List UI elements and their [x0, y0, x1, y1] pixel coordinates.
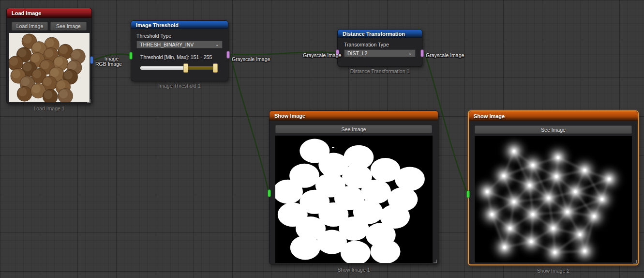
- see-image-button[interactable]: See Image: [50, 22, 87, 31]
- see-image-button[interactable]: See Image: [275, 125, 432, 133]
- port-rgb-image-output[interactable]: [90, 56, 93, 64]
- node-title: Show Image: [274, 113, 305, 119]
- node-caption: Image Threshold 1: [131, 83, 228, 89]
- node-image-threshold[interactable]: Image Threshold Threshold Type THRESH_BI…: [131, 20, 228, 81]
- port-label-grayscale-out: Grayscale Image: [232, 56, 270, 62]
- threshold-max-handle[interactable]: [213, 63, 218, 73]
- chevron-down-icon: ⌄: [215, 42, 219, 47]
- node-editor-canvas[interactable]: Load Image Load Image See Image Load Ima…: [0, 0, 644, 278]
- node-show-image-1[interactable]: Show Image See Image: [269, 110, 438, 264]
- threshold-min-handle[interactable]: [183, 63, 188, 73]
- port-image-input[interactable]: [129, 52, 133, 60]
- threshold-result-preview: [275, 136, 433, 263]
- node-title: Load Image: [12, 10, 41, 16]
- node-caption: Distance Transformation 1: [337, 68, 422, 74]
- threshold-type-label: Threshold Type: [136, 33, 223, 39]
- resize-handle[interactable]: [633, 260, 637, 263]
- transformation-type-value: DIST_L2: [347, 50, 367, 56]
- port-image-input[interactable]: [268, 189, 271, 197]
- node-title: Image Threshold: [136, 22, 179, 28]
- node-show-image-titlebar[interactable]: Show Image: [270, 111, 438, 121]
- node-title: Show Image: [474, 113, 505, 119]
- node-load-image[interactable]: Load Image Load Image See Image: [6, 8, 92, 104]
- port-image-input[interactable]: [466, 190, 470, 198]
- resize-handle[interactable]: [87, 99, 90, 103]
- port-grayscale-output[interactable]: [226, 51, 230, 59]
- wire-image_threshold.grayscale_image-to-show_image_1.input[interactable]: [231, 56, 269, 192]
- distance-transform-preview: [475, 136, 632, 263]
- node-distance-transformation[interactable]: Distance Transformation Transormation Ty…: [337, 29, 422, 67]
- port-grayscale-output[interactable]: [420, 49, 424, 57]
- transformation-type-label: Transormation Type: [344, 42, 417, 47]
- port-label-grayscale-out: Grayscale Image: [426, 52, 464, 58]
- slider-track-fill: [140, 66, 186, 70]
- node-caption: Load Image 1: [6, 106, 92, 111]
- threshold-type-value: THRESH_BINARY_INV: [140, 42, 194, 47]
- load-image-button[interactable]: Load Image: [12, 22, 48, 31]
- port-label-rgb-image: RGB Image: [95, 61, 122, 67]
- node-image-threshold-titlebar[interactable]: Image Threshold: [131, 21, 228, 29]
- node-show-image-titlebar[interactable]: Show Image: [469, 111, 638, 121]
- node-show-image-2[interactable]: Show Image See Image: [468, 110, 639, 265]
- coins-photo-preview: [9, 33, 90, 102]
- see-image-button[interactable]: See Image: [475, 125, 632, 134]
- node-load-image-titlebar[interactable]: Load Image: [7, 8, 91, 18]
- threshold-type-select[interactable]: THRESH_BINARY_INV ⌄: [136, 41, 223, 48]
- resize-handle[interactable]: [434, 260, 437, 263]
- node-distance-transformation-titlebar[interactable]: Distance Transformation: [338, 30, 422, 38]
- node-caption: Show Image 1: [269, 267, 438, 273]
- chevron-down-icon: ⌄: [408, 51, 412, 56]
- transformation-type-select[interactable]: DIST_L2 ⌄: [344, 49, 416, 57]
- threshold-range-slider[interactable]: [140, 63, 218, 73]
- node-caption: Show Image 2: [468, 268, 639, 274]
- port-label-grayscale-in: Grayscale Image: [303, 52, 335, 58]
- threshold-range-label: Threshold [Min, Max]: 151 - 255: [140, 54, 223, 60]
- node-title: Distance Transformation: [343, 31, 405, 37]
